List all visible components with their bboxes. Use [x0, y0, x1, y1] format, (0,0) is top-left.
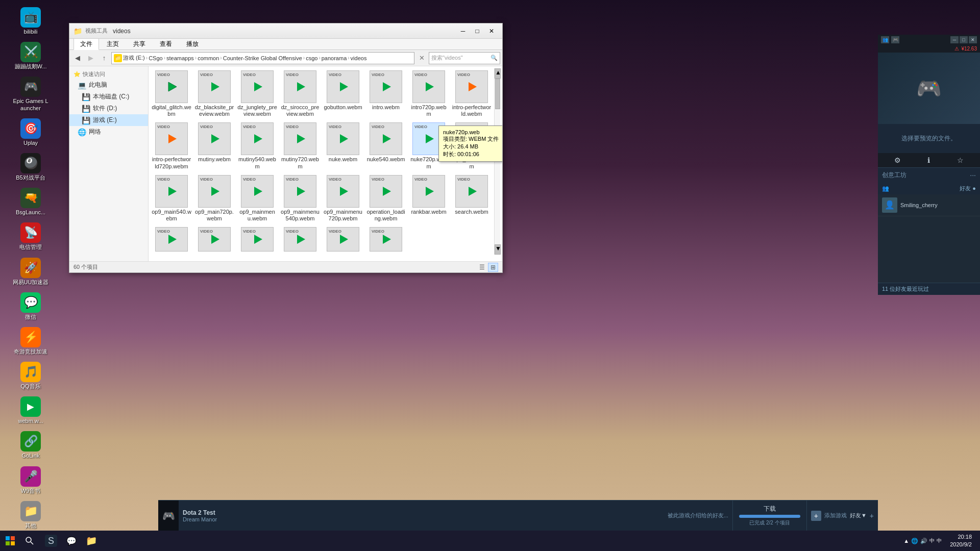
- breadcrumb-csgo2[interactable]: csgo: [306, 55, 317, 61]
- tray-network-icon[interactable]: 🌐: [911, 538, 918, 544]
- steam-star-icon[interactable]: ☆: [957, 156, 964, 164]
- file-item[interactable]: VIDEO mutiny.webm: [193, 120, 235, 171]
- vertical-scrollbar[interactable]: ▲ ▼: [494, 68, 500, 255]
- desktop-icon-epicgames[interactable]: 🎮 Epic Games Launcher: [10, 74, 51, 113]
- desktop-icon-yushu[interactable]: 🎤 W9音书: [10, 464, 51, 496]
- file-item[interactable]: VIDEO op9_main720p.webm: [193, 173, 235, 224]
- steam-workshop-label[interactable]: 创意工坊: [882, 171, 906, 179]
- file-item[interactable]: VIDEO: [236, 225, 278, 255]
- file-item[interactable]: VIDEO: [279, 225, 321, 255]
- close-button[interactable]: ✕: [485, 26, 498, 36]
- sidebar-item-software-d[interactable]: 💾 软件 (D:): [69, 103, 148, 114]
- file-item[interactable]: VIDEO mutiny540.webm: [236, 120, 278, 171]
- file-item-nuke720[interactable]: VIDEO nuke720p.webm nuke720p.web 项目类型: W…: [408, 120, 450, 171]
- start-button[interactable]: [0, 531, 20, 551]
- taskbar-file-explorer[interactable]: 📁: [82, 532, 101, 550]
- file-item[interactable]: VIDEO: [365, 225, 407, 255]
- add-game-label[interactable]: 添加游戏: [824, 512, 847, 519]
- file-item[interactable]: VIDEO nuke.webm: [322, 120, 364, 171]
- steam-settings-icon[interactable]: ⚙: [894, 156, 901, 164]
- file-item[interactable]: VIDEO rankbar.webm: [408, 173, 450, 224]
- desktop-icon-163acc[interactable]: 🚀 网易UU加速器: [10, 256, 51, 288]
- sidebar-item-network[interactable]: 🌐 网络: [69, 126, 148, 138]
- desktop-icon-webm[interactable]: ▶ webm.w...: [10, 394, 51, 427]
- file-item[interactable]: VIDEO: [322, 225, 364, 255]
- file-item[interactable]: VIDEO gobutton.webm: [322, 68, 364, 119]
- up-button[interactable]: ↑: [98, 52, 110, 64]
- file-item[interactable]: VIDEO op9_mainmenu720p.webm: [322, 173, 364, 224]
- steam-controller-icon[interactable]: 🎮: [891, 36, 899, 43]
- back-button[interactable]: ◀: [71, 52, 84, 64]
- expand-icon[interactable]: +: [870, 512, 874, 520]
- file-item[interactable]: VIDEO dz_junglety_preview.webm: [236, 68, 278, 119]
- steam-friends-icon[interactable]: 👥: [881, 36, 889, 43]
- file-item[interactable]: VIDEO intro720p.webm: [408, 68, 450, 119]
- desktop-icon-golink[interactable]: 🔗 GoLink: [10, 429, 51, 461]
- scrollbar-thumb[interactable]: [495, 79, 500, 109]
- steam-info-icon[interactable]: ℹ: [927, 156, 930, 164]
- file-item[interactable]: VIDEO mutiny720.webm: [279, 120, 321, 171]
- tab-play[interactable]: 播放: [180, 38, 205, 49]
- desktop-icon-wechat[interactable]: 💬 微信: [10, 290, 51, 322]
- file-item[interactable]: VIDEO dz_blacksite_preview.webm: [193, 68, 235, 119]
- breadcrumb-steamapps[interactable]: steamapps: [166, 55, 194, 61]
- file-item[interactable]: VIDEO dz_sirocco_preview.webm: [279, 68, 321, 119]
- file-item[interactable]: VIDEO op9_main540.webm: [151, 173, 192, 224]
- steam-more-icon[interactable]: ···: [970, 171, 976, 179]
- breadcrumb-common[interactable]: common: [198, 55, 219, 61]
- taskbar-steam-button[interactable]: S: [41, 532, 61, 550]
- desktop-icon-b5[interactable]: 🎱 B5对战平台: [10, 151, 51, 183]
- file-item[interactable]: VIDEO operation_loading.webm: [365, 173, 407, 224]
- forward-button[interactable]: ▶: [85, 52, 97, 64]
- scrollbar-up-btn[interactable]: ▲: [495, 68, 501, 79]
- file-item[interactable]: VIDEO intro-perfectworld720p.webm: [151, 120, 192, 171]
- search-icon[interactable]: 🔍: [491, 55, 498, 61]
- steam-minimize-btn[interactable]: ─: [950, 36, 959, 43]
- taskbar-search-button[interactable]: [20, 531, 39, 551]
- file-item[interactable]: VIDEO search.webm: [451, 173, 493, 224]
- file-item[interactable]: VIDEO op9_mainmenu.webm: [236, 173, 278, 224]
- desktop-icon-qqmusic[interactable]: 🎵 QQ音乐: [10, 360, 51, 392]
- desktop-icon-qiyou[interactable]: ⚡ 奇游竞技加速: [10, 325, 51, 357]
- breadcrumb-games[interactable]: 游戏 (E:): [123, 54, 145, 62]
- list-view-button[interactable]: ☰: [477, 263, 487, 272]
- file-item[interactable]: VIDEO nuke540.webm: [365, 120, 407, 171]
- add-game-button[interactable]: +: [811, 511, 821, 521]
- breadcrumb-videos[interactable]: videos: [351, 55, 367, 61]
- file-item[interactable]: VIDEO: [193, 225, 235, 255]
- refresh-button[interactable]: ✕: [415, 52, 428, 64]
- desktop-icon-bilibili[interactable]: 📺 bilibili: [10, 5, 51, 37]
- system-clock[interactable]: 20:18 2020/9/2: [946, 533, 976, 549]
- desktop-icon-wangzhe[interactable]: ⚔️ 蹦蹦战鹅W...: [10, 40, 51, 72]
- desktop-icon-dianxin[interactable]: 📡 电信管理: [10, 220, 51, 253]
- sidebar-item-games-e[interactable]: 💾 游戏 (E:): [69, 114, 148, 126]
- breadcrumb-panorama[interactable]: panorama: [322, 55, 347, 61]
- file-item[interactable]: VIDEO op9_mainmenu540p.webm: [279, 173, 321, 224]
- search-box[interactable]: 搜索"videos" 🔍: [429, 52, 500, 64]
- tray-arrow-icon[interactable]: ▲: [903, 538, 909, 544]
- desktop-icon-other[interactable]: 📁 其他: [10, 499, 51, 531]
- breadcrumb-csgo[interactable]: CSgo: [149, 55, 163, 61]
- file-item[interactable]: VIDEO digital_glitch.webm: [151, 68, 192, 119]
- scrollbar-down-btn[interactable]: ▼: [495, 244, 501, 255]
- breadcrumb-csgo-full[interactable]: Counter-Strike Global Offensive: [223, 55, 302, 61]
- taskbar-action-center[interactable]: 💬: [62, 532, 81, 550]
- friends-toggle-button[interactable]: 好友▼: [850, 512, 867, 519]
- sidebar-item-thispc[interactable]: 💻 此电脑: [69, 79, 148, 91]
- steam-maximize-btn[interactable]: □: [960, 36, 968, 43]
- tray-volume-icon[interactable]: 🔊: [920, 538, 927, 544]
- grid-view-button[interactable]: ⊞: [488, 263, 498, 272]
- file-item[interactable]: VIDEO intro-perfectworld.webm: [451, 68, 493, 119]
- show-desktop-button[interactable]: [976, 531, 980, 551]
- tab-share[interactable]: 共享: [127, 38, 152, 49]
- desktop-icon-bsglauncher[interactable]: 🔫 BsgLaunc...: [10, 186, 51, 218]
- tab-view[interactable]: 查看: [153, 38, 179, 49]
- minimize-button[interactable]: ─: [456, 26, 470, 36]
- tab-home[interactable]: 主页: [100, 38, 126, 49]
- file-item[interactable]: VIDEO: [151, 225, 192, 255]
- file-item[interactable]: VIDEO op9_main.webm: [451, 120, 493, 171]
- tab-file[interactable]: 文件: [74, 38, 99, 50]
- maximize-button[interactable]: □: [471, 26, 484, 36]
- sidebar-item-local-c[interactable]: 💾 本地磁盘 (C:): [69, 91, 148, 103]
- tray-ime-icon[interactable]: 中: [929, 537, 935, 544]
